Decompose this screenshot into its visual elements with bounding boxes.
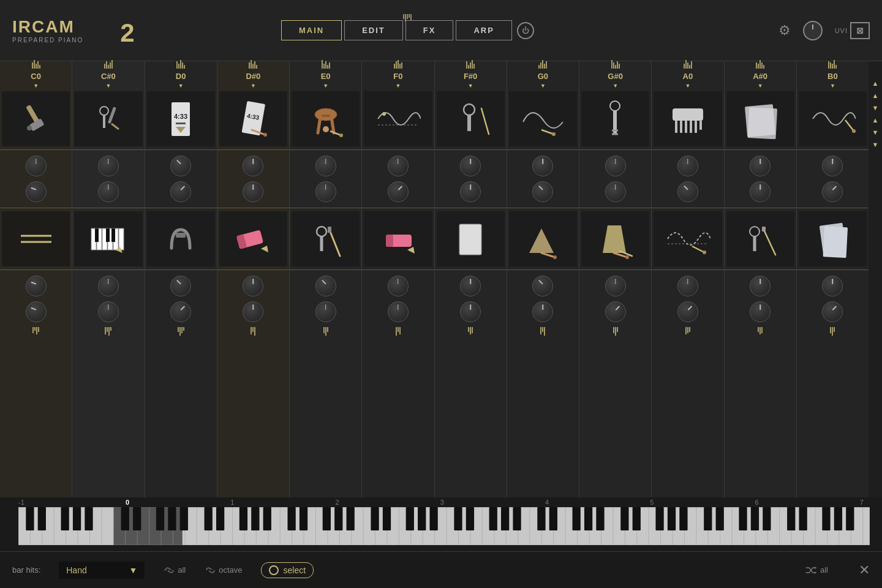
knob-ds0-1[interactable]: [243, 156, 263, 176]
knob-a0-1[interactable]: [677, 156, 698, 176]
scroll-down-arrow[interactable]: ▼: [872, 141, 879, 148]
octave-label-6: 6: [755, 499, 759, 506]
knob2-d0-2[interactable]: [170, 301, 191, 322]
knob-c0-1[interactable]: [26, 156, 47, 176]
header: IRCAM PREPARED PIANO 2 MAIN EDIT FX ARP …: [0, 0, 882, 61]
knob-f0-1[interactable]: [388, 156, 409, 176]
knob-b0-1[interactable]: [822, 156, 843, 176]
knob2-f0-2[interactable]: [388, 301, 409, 322]
svg-rect-177: [334, 507, 342, 530]
knob2-as0-1[interactable]: [750, 276, 771, 296]
scroll-mid1-arrow[interactable]: ▲: [872, 92, 879, 99]
instrument2-as0[interactable]: [726, 211, 794, 266]
scroll-mid4-arrow[interactable]: ▼: [872, 129, 879, 136]
knob-g0-2[interactable]: [532, 181, 553, 202]
instrument-d0[interactable]: 4:33: [147, 91, 215, 146]
instrument-ds0[interactable]: 4:33: [219, 91, 287, 146]
instrument2-c0[interactable]: [2, 211, 70, 266]
svg-rect-172: [251, 507, 259, 530]
piano-keys[interactable]: [18, 507, 870, 551]
knob2-ds0-1[interactable]: [243, 276, 263, 296]
arp-power-button[interactable]: ⏻: [517, 22, 534, 39]
bar-hits-dropdown[interactable]: Hand ▼: [59, 562, 145, 579]
instrument2-f0[interactable]: [364, 211, 432, 266]
knob-cs0-2[interactable]: [98, 181, 119, 202]
settings-icon[interactable]: ⚙: [778, 23, 791, 39]
shuffle-all-button[interactable]: all: [805, 565, 828, 575]
knob-gs0-2[interactable]: [605, 181, 626, 202]
instrument-b0[interactable]: [799, 91, 867, 146]
link-octave-button[interactable]: octave: [204, 565, 242, 575]
knob-f0-2[interactable]: [388, 181, 409, 202]
close-button[interactable]: ✕: [859, 562, 870, 578]
instrument2-gs0[interactable]: [581, 211, 649, 266]
knob-b0-2[interactable]: [822, 181, 843, 202]
knob2-cs0-2[interactable]: [98, 301, 119, 322]
instrument-cs0[interactable]: [74, 91, 142, 146]
instrument-as0[interactable]: [726, 91, 794, 146]
instrument-c0[interactable]: [2, 91, 70, 146]
instrument-e0[interactable]: [292, 91, 360, 146]
tab-fx[interactable]: FX: [405, 20, 454, 40]
knob2-gs0-1[interactable]: [605, 276, 626, 296]
knob2-c0-2[interactable]: [26, 301, 47, 322]
knob-as0-2[interactable]: [750, 181, 771, 202]
instrument-fs0[interactable]: [437, 91, 505, 146]
knob-e0-2[interactable]: [315, 181, 336, 202]
instrument2-fs0[interactable]: [437, 211, 505, 266]
svg-line-73: [692, 246, 704, 252]
knob-gs0-1[interactable]: [605, 156, 626, 176]
knob2-cs0-1[interactable]: [98, 276, 119, 296]
scroll-mid2-arrow[interactable]: ▼: [872, 104, 879, 111]
instrument2-g0[interactable]: [509, 211, 577, 266]
knob2-ds0-2[interactable]: [243, 301, 263, 322]
scroll-up-arrow[interactable]: ▲: [872, 80, 879, 87]
instrument-a0[interactable]: [654, 91, 722, 146]
knob2-f0-1[interactable]: [388, 276, 409, 296]
svg-rect-17: [111, 228, 115, 242]
knob2-b0-2[interactable]: [822, 301, 843, 322]
knob-cs0-1[interactable]: [98, 156, 119, 176]
tab-arp[interactable]: ARP: [456, 20, 511, 40]
knob2-d0-1[interactable]: [170, 276, 191, 296]
instrument2-cs0[interactable]: [74, 211, 142, 266]
knob-a0-2[interactable]: [677, 181, 698, 202]
knob2-g0-2[interactable]: [532, 301, 553, 322]
knob2-gs0-2[interactable]: [605, 301, 626, 322]
instrument2-e0[interactable]: [292, 211, 360, 266]
instrument2-ds0[interactable]: [219, 211, 287, 266]
instrument2-a0[interactable]: [654, 211, 722, 266]
knob2-c0-1[interactable]: [26, 276, 47, 296]
instrument-f0[interactable]: [364, 91, 432, 146]
knob-g0-1[interactable]: [532, 156, 553, 176]
svg-marker-30: [261, 246, 268, 252]
knob-fs0-2[interactable]: [460, 181, 481, 202]
column-c0: C0 ▼: [0, 61, 72, 497]
knob2-b0-1[interactable]: [822, 276, 843, 296]
instrument2-b0[interactable]: [799, 211, 867, 266]
knob2-as0-2[interactable]: [750, 301, 771, 322]
knob-c0-2[interactable]: [26, 181, 47, 202]
knob-d0-1[interactable]: [170, 156, 191, 176]
knob2-a0-2[interactable]: [677, 301, 698, 322]
master-knob[interactable]: [803, 21, 823, 40]
instrument-gs0[interactable]: [581, 91, 649, 146]
instrument-g0[interactable]: [509, 91, 577, 146]
knob2-fs0-1[interactable]: [460, 276, 481, 296]
knob2-e0-1[interactable]: [315, 276, 336, 296]
knob2-e0-2[interactable]: [315, 301, 336, 322]
tab-main[interactable]: MAIN: [281, 20, 342, 40]
knob2-a0-1[interactable]: [677, 276, 698, 296]
tab-edit[interactable]: EDIT: [344, 20, 403, 40]
link-all-button[interactable]: all: [163, 565, 186, 575]
instrument2-d0[interactable]: [147, 211, 215, 266]
knob-e0-1[interactable]: [315, 156, 336, 176]
knob-fs0-1[interactable]: [460, 156, 481, 176]
knob-as0-1[interactable]: [750, 156, 771, 176]
select-button[interactable]: select: [261, 562, 314, 578]
knob-d0-2[interactable]: [170, 181, 191, 202]
scroll-mid3-arrow[interactable]: ▲: [872, 116, 879, 124]
knob2-fs0-2[interactable]: [460, 301, 481, 322]
knob-ds0-2[interactable]: [243, 181, 263, 202]
knob2-g0-1[interactable]: [532, 276, 553, 296]
